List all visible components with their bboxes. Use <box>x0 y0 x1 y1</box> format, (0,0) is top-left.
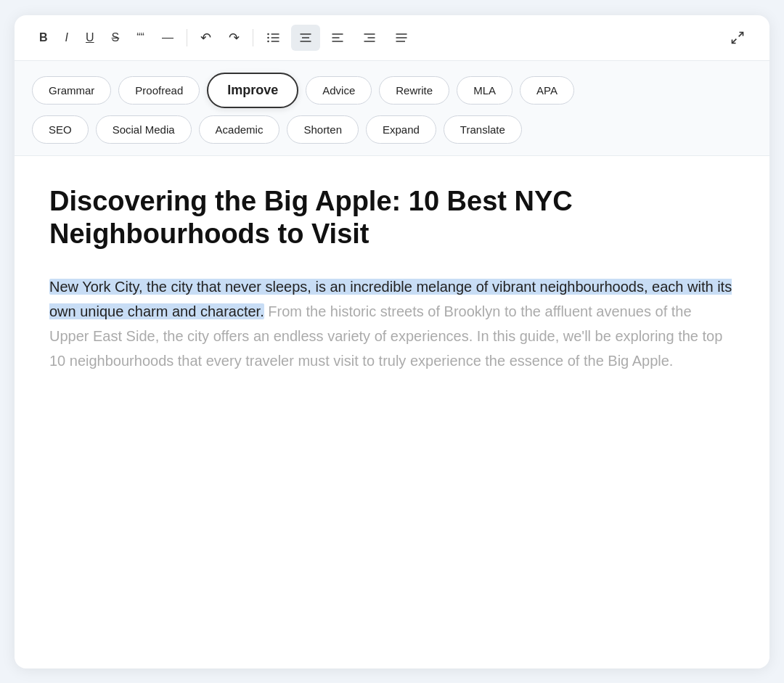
align-right-button[interactable] <box>355 25 384 51</box>
dash-button[interactable]: — <box>155 25 181 50</box>
svg-line-18 <box>739 32 743 36</box>
toolbar-separator-1 <box>187 29 187 46</box>
toolbar-separator-2 <box>253 29 253 46</box>
svg-line-19 <box>732 38 737 43</box>
rewrite-button[interactable]: Rewrite <box>379 76 449 105</box>
apa-button[interactable]: APA <box>520 76 574 105</box>
content-title: Discovering the Big Apple: 10 Best NYC N… <box>49 185 735 251</box>
shorten-button[interactable]: Shorten <box>287 115 359 144</box>
ai-toolbar: Grammar Proofread Improve Advice Rewrite… <box>15 61 769 156</box>
quote-button[interactable]: ““ <box>129 25 152 50</box>
social-media-button[interactable]: Social Media <box>96 115 192 144</box>
align-justify-button[interactable] <box>387 25 416 51</box>
advice-button[interactable]: Advice <box>306 76 372 105</box>
translate-button[interactable]: Translate <box>444 115 522 144</box>
ai-toolbar-row-1: Grammar Proofread Improve Advice Rewrite… <box>32 73 752 108</box>
formatting-toolbar: B I U S ““ — ↶ ↷ <box>15 15 769 61</box>
svg-point-4 <box>267 36 269 38</box>
list-button[interactable] <box>259 25 288 51</box>
proofread-button[interactable]: Proofread <box>118 76 200 105</box>
ai-toolbar-row-2: SEO Social Media Academic Shorten Expand… <box>32 115 752 144</box>
bold-button[interactable]: B <box>32 25 55 50</box>
editor-container: B I U S ““ — ↶ ↷ <box>15 15 769 668</box>
svg-point-5 <box>267 40 269 42</box>
seo-button[interactable]: SEO <box>32 115 89 144</box>
mla-button[interactable]: MLA <box>457 76 513 105</box>
grammar-button[interactable]: Grammar <box>32 76 111 105</box>
expand-button[interactable] <box>723 25 752 51</box>
redo-button[interactable]: ↷ <box>221 24 247 52</box>
align-left-button[interactable] <box>323 25 352 51</box>
academic-button[interactable]: Academic <box>199 115 280 144</box>
expand-ai-button[interactable]: Expand <box>366 115 436 144</box>
content-area[interactable]: Discovering the Big Apple: 10 Best NYC N… <box>15 156 769 402</box>
italic-button[interactable]: I <box>58 25 75 50</box>
strikethrough-button[interactable]: S <box>105 25 127 50</box>
align-center-button[interactable] <box>291 25 320 51</box>
underline-button[interactable]: U <box>78 25 102 50</box>
svg-point-3 <box>267 33 269 35</box>
undo-button[interactable]: ↶ <box>193 24 219 52</box>
content-body[interactable]: New York City, the city that never sleep… <box>49 274 735 373</box>
improve-button[interactable]: Improve <box>207 73 298 108</box>
